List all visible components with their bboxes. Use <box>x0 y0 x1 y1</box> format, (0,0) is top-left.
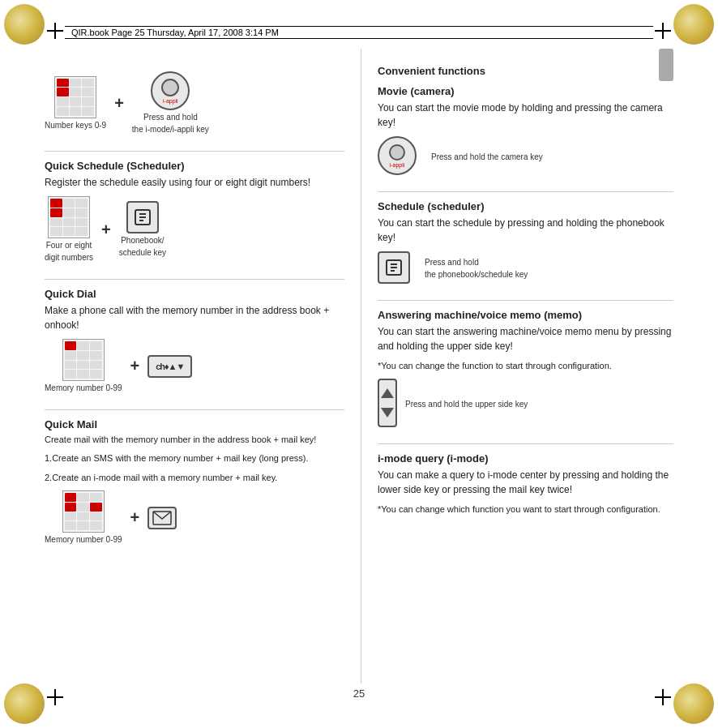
schedule-key-label-1: Press and hold <box>425 257 528 268</box>
section-answering: Answering machine/voice memo (memo) You … <box>378 309 673 427</box>
movie-key-row: i-appli Press and hold the camera key <box>378 136 673 175</box>
section-quick-mail: Quick Mail Create mail with the memory n… <box>45 418 344 545</box>
side-key-down-arrow <box>381 408 394 418</box>
schedule-text: You can start the schedule by pressing a… <box>378 216 673 245</box>
section-numkeys: Number keys 0-9 + i-appli Press and hold… <box>45 71 344 135</box>
divider-right-3 <box>378 443 673 444</box>
numkeys-label: Number keys 0-9 <box>45 120 106 131</box>
quick-mail-title: Quick Mail <box>45 418 344 430</box>
mail-key-group <box>147 507 177 529</box>
phonebook-key-icon <box>126 201 159 233</box>
camera-key-icon: i-appli <box>378 136 417 175</box>
quick-dial-text: Make a phone call with the memory number… <box>45 303 344 332</box>
digit-numpad-group: Four or eight digit numbers <box>45 196 93 263</box>
mail-key-icon <box>147 507 177 529</box>
divider-right-1 <box>378 191 673 192</box>
plus-sign-1: + <box>114 94 124 113</box>
phonebook-label-2: schedule key <box>119 247 166 258</box>
corner-decoration-tl <box>0 0 49 49</box>
schedule-key-row: Press and hold the phonebook/schedule ke… <box>378 251 673 284</box>
digit-label-1: Four or eight <box>46 240 92 251</box>
corner-decoration-br <box>669 679 718 728</box>
quick-schedule-title: Quick Schedule (Scheduler) <box>45 160 344 172</box>
camera-key-group: i-appli <box>378 136 417 175</box>
top-header: QIR.book Page 25 Thursday, April 17, 200… <box>65 26 653 39</box>
divider-2 <box>45 279 344 280</box>
header-text: QIR.book Page 25 Thursday, April 17, 200… <box>71 28 279 37</box>
right-column: Convenient functions Movie (camera) You … <box>361 49 673 683</box>
mail-numpad-icon <box>62 490 105 533</box>
movie-text: You can start the movie mode by holding … <box>378 101 673 130</box>
numpad-group: Number keys 0-9 <box>45 76 106 131</box>
quick-dial-title: Quick Dial <box>45 288 344 300</box>
camera-key-label: Press and hold the camera key <box>431 152 543 162</box>
plus-sign-4: + <box>130 508 140 527</box>
schedule-key-label-2: the phonebook/schedule key <box>425 269 528 280</box>
section-movie: Movie (camera) You can start the movie m… <box>378 85 673 175</box>
quick-mail-text3: 2.Create an i-mode mail with a memory nu… <box>45 472 344 484</box>
dial-memory-label: Memory number 0-99 <box>45 383 122 393</box>
dial-numpad-group: Memory number 0-99 <box>45 339 122 393</box>
plus-sign-2: + <box>101 221 111 239</box>
iappli-label-line1: Press and hold <box>143 112 198 122</box>
side-key-up-arrow <box>381 388 394 398</box>
divider-right-2 <box>378 300 673 301</box>
answering-text2: *You can change the function to start th… <box>378 360 673 372</box>
section-quick-schedule: Quick Schedule (Scheduler) Register the … <box>45 160 344 263</box>
schedule-phonebook-icon <box>378 251 410 284</box>
crosshair-tl <box>47 23 63 39</box>
crosshair-bl <box>47 689 63 705</box>
corner-decoration-tr <box>669 0 718 49</box>
numpad-icon <box>54 76 96 118</box>
mail-memory-label: Memory number 0-99 <box>45 534 122 545</box>
numkeys-row: Number keys 0-9 + i-appli Press and hold… <box>45 71 344 135</box>
page-number: 25 <box>353 687 365 700</box>
imode-text1: You can make a query to i-mode center by… <box>378 468 673 497</box>
imode-title: i-mode query (i-mode) <box>378 452 673 465</box>
convenient-functions-title: Convenient functions <box>378 65 673 77</box>
iappli-key-icon: i-appli <box>151 71 190 110</box>
quick-mail-text2: 1.Create an SMS with the memory number +… <box>45 452 344 465</box>
quick-dial-key-row: Memory number 0-99 + ch♦▲▼ <box>45 339 344 393</box>
divider-3 <box>45 409 344 410</box>
ch-key-icon: ch♦▲▼ <box>147 355 192 378</box>
iappli-key-group: i-appli Press and hold the i-mode/i-appl… <box>132 71 209 135</box>
movie-title: Movie (camera) <box>378 85 673 97</box>
ch-key-group: ch♦▲▼ <box>147 355 192 378</box>
crosshair-tr <box>655 23 671 39</box>
mail-numpad-group: Memory number 0-99 <box>45 490 122 545</box>
schedule-key-label-group: Press and hold the phonebook/schedule ke… <box>425 255 528 280</box>
quick-mail-text1: Create mail with the memory number in th… <box>45 434 344 446</box>
section-imode: i-mode query (i-mode) You can make a que… <box>378 452 673 516</box>
section-schedule: Schedule (scheduler) You can start the s… <box>378 200 673 284</box>
corner-decoration-bl <box>0 679 49 728</box>
dial-numpad-icon <box>62 339 105 381</box>
side-key-icon <box>378 379 397 427</box>
phonebook-label-1: Phonebook/ <box>121 235 164 246</box>
phonebook-key-group: Phonebook/ schedule key <box>119 201 166 258</box>
divider-1 <box>45 151 344 152</box>
digit-label-2: digit numbers <box>45 252 93 263</box>
side-key-label: Press and hold the upper side key <box>405 399 528 409</box>
schedule-title: Schedule (scheduler) <box>378 200 673 212</box>
main-content: Number keys 0-9 + i-appli Press and hold… <box>45 49 673 683</box>
schedule-phonebook-group <box>378 251 410 284</box>
plus-sign-3: + <box>130 357 140 375</box>
section-quick-dial: Quick Dial Make a phone call with the me… <box>45 288 344 393</box>
quick-mail-key-row: Memory number 0-99 + <box>45 490 344 545</box>
answering-text1: You can start the answering machine/voic… <box>378 324 673 353</box>
digit-numpad-icon <box>48 196 90 238</box>
imode-text2: *You can change which function you want … <box>378 503 673 516</box>
quick-schedule-text: Register the schedule easily using four … <box>45 175 344 190</box>
quick-schedule-key-row: Four or eight digit numbers + Phonebook/ <box>45 196 344 263</box>
iappli-label-line2: the i-mode/i-appli key <box>132 124 209 135</box>
left-column: Number keys 0-9 + i-appli Press and hold… <box>45 49 344 683</box>
answering-title: Answering machine/voice memo (memo) <box>378 309 673 321</box>
crosshair-br <box>655 689 671 705</box>
side-key-row: Press and hold the upper side key <box>378 379 673 427</box>
